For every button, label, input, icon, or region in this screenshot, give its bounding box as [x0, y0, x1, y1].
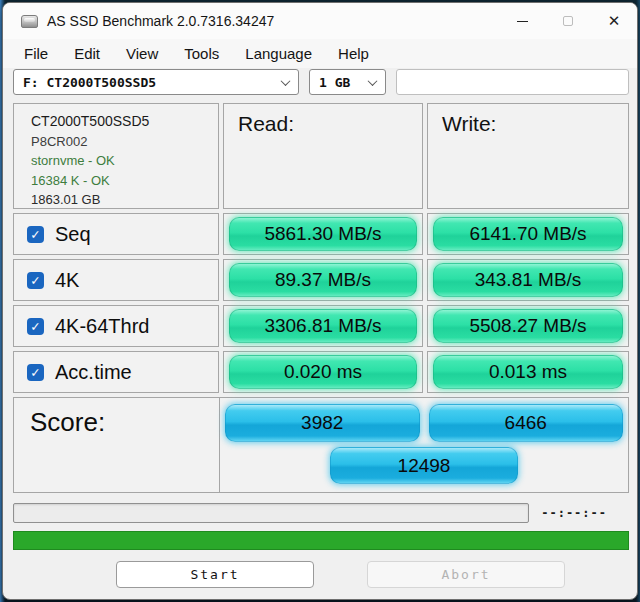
menu-edit[interactable]: Edit [61, 42, 113, 65]
alignment-status: 16384 K - OK [31, 173, 218, 188]
seq-read-cell: 5861.30 MB/s [223, 213, 423, 255]
score-write-value: 6466 [429, 404, 624, 442]
row-acctime-label: Acc.time [55, 361, 132, 384]
abort-button[interactable]: Abort [367, 561, 565, 588]
drive-select-value: F: CT2000T500SSD5 [23, 75, 156, 90]
4k-read-cell: 89.37 MB/s [223, 259, 423, 301]
test-size-select[interactable]: 1 GB [309, 69, 386, 95]
device-firmware: P8CR002 [31, 134, 218, 149]
close-icon: ✕ [608, 14, 621, 29]
test-size-value: 1 GB [319, 75, 350, 90]
button-row: Start Abort [3, 561, 637, 588]
maximize-button[interactable] [545, 3, 591, 39]
task-progress-bar [13, 503, 529, 523]
checkbox-4k[interactable]: ✓ [27, 272, 44, 289]
results-grid: CT2000T500SSD5 P8CR002 stornvme - OK 163… [13, 103, 629, 493]
score-read-value: 3982 [225, 404, 420, 442]
menu-bar: File Edit View Tools Language Help [3, 39, 637, 68]
status-readout-panel [396, 69, 629, 95]
chevron-down-icon [281, 76, 291, 86]
desktop-background: AS SSD Benchmark 2.0.7316.34247 ✕ File E… [0, 0, 640, 602]
row-seq-label: Seq [55, 223, 91, 246]
row-4k64thrd-label: 4K-64Thrd [55, 315, 150, 338]
toolbar: F: CT2000T500SSD5 1 GB [13, 69, 629, 95]
checkbox-seq[interactable]: ✓ [27, 226, 44, 243]
read-column-header: Read: [223, 103, 423, 209]
row-4k-label: 4K [55, 269, 79, 292]
menu-tools[interactable]: Tools [171, 42, 232, 65]
window-controls: ✕ [499, 3, 637, 39]
device-model: CT2000T500SSD5 [31, 113, 218, 129]
title-bar: AS SSD Benchmark 2.0.7316.34247 ✕ [3, 3, 637, 39]
4k-write-cell: 343.81 MB/s [427, 259, 629, 301]
4k-read-value: 89.37 MB/s [229, 263, 417, 297]
score-values: 3982 6466 12498 [220, 398, 628, 492]
close-button[interactable]: ✕ [591, 3, 637, 39]
minimize-icon [517, 21, 528, 22]
maximize-icon [563, 16, 573, 26]
score-panel: Score: 3982 6466 12498 [13, 397, 629, 493]
seq-read-value: 5861.30 MB/s [229, 217, 417, 251]
menu-language[interactable]: Language [232, 42, 325, 65]
driver-status: stornvme - OK [31, 153, 218, 168]
4k64thrd-read-value: 3306.81 MB/s [229, 309, 417, 343]
score-total-value: 12498 [330, 447, 518, 484]
4k64thrd-write-cell: 5508.27 MB/s [427, 305, 629, 347]
checkbox-4k64thrd[interactable]: ✓ [27, 318, 44, 335]
row-seq: ✓ Seq [13, 213, 219, 255]
score-label: Score: [14, 398, 220, 492]
elapsed-time: --:--:-- [541, 506, 607, 520]
window-title: AS SSD Benchmark 2.0.7316.34247 [47, 13, 274, 29]
4k64thrd-write-value: 5508.27 MB/s [433, 309, 623, 343]
acctime-read-cell: 0.020 ms [223, 351, 423, 393]
row-4k64thrd: ✓ 4K-64Thrd [13, 305, 219, 347]
acctime-read-value: 0.020 ms [229, 355, 417, 389]
menu-help[interactable]: Help [325, 42, 382, 65]
acctime-write-value: 0.013 ms [433, 355, 623, 389]
app-window: AS SSD Benchmark 2.0.7316.34247 ✕ File E… [2, 2, 638, 600]
4k-write-value: 343.81 MB/s [433, 263, 623, 297]
checkbox-acctime[interactable]: ✓ [27, 364, 44, 381]
menu-view[interactable]: View [113, 42, 171, 65]
overall-progress-bar [13, 531, 629, 550]
menu-file[interactable]: File [11, 42, 61, 65]
acctime-write-cell: 0.013 ms [427, 351, 629, 393]
minimize-button[interactable] [499, 3, 545, 39]
4k64thrd-read-cell: 3306.81 MB/s [223, 305, 423, 347]
seq-write-value: 6141.70 MB/s [433, 217, 623, 251]
start-button[interactable]: Start [116, 561, 314, 588]
device-capacity: 1863.01 GB [31, 192, 218, 207]
drive-select[interactable]: F: CT2000T500SSD5 [13, 69, 299, 95]
row-acctime: ✓ Acc.time [13, 351, 219, 393]
chevron-down-icon [368, 76, 378, 86]
seq-write-cell: 6141.70 MB/s [427, 213, 629, 255]
write-column-header: Write: [427, 103, 629, 209]
device-info-panel: CT2000T500SSD5 P8CR002 stornvme - OK 163… [13, 103, 219, 209]
app-drive-icon [21, 15, 38, 28]
progress-row: --:--:-- [13, 503, 629, 523]
row-4k: ✓ 4K [13, 259, 219, 301]
